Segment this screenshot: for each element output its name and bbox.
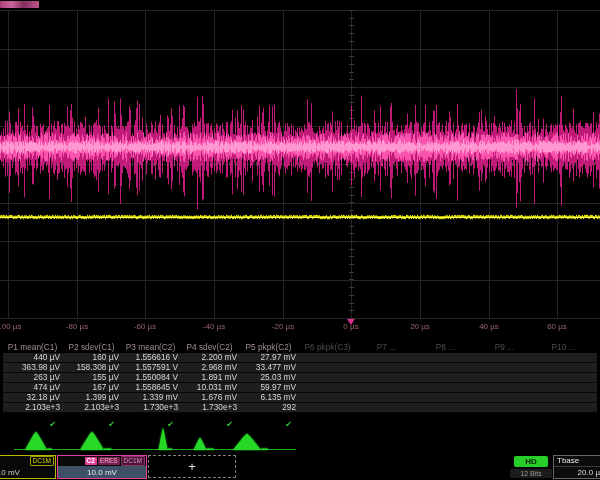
measurement-value xyxy=(534,373,593,382)
measurement-value: 6.135 mV xyxy=(239,393,298,402)
time-axis-label: -100 µs xyxy=(0,322,21,331)
measurement-value xyxy=(534,383,593,392)
measurement-table: P1 mean(C1)P2 sdev(C1)P3 mean(C2)P4 sdev… xyxy=(3,342,597,429)
hd-bits-label: 12 Bits xyxy=(510,469,552,478)
measurement-histicon-strip xyxy=(0,426,600,452)
bottom-toolbar: DC1M 10.0 mV C2 ERES DC1M 10.0 mV + HD 1… xyxy=(0,454,600,480)
time-axis-label: 40 µs xyxy=(479,322,499,331)
measurement-value xyxy=(475,403,534,412)
measurement-value: 1.339 mV xyxy=(121,393,180,402)
c2-eres-badge: ERES xyxy=(98,457,120,465)
measurement-value: 1.891 mV xyxy=(180,373,239,382)
measurement-value: 2.103e+3 xyxy=(3,403,62,412)
measurement-value: 292 xyxy=(239,403,298,412)
measurement-value xyxy=(416,403,475,412)
measurement-value xyxy=(357,403,416,412)
measurement-value: 167 µV xyxy=(62,383,121,392)
measurement-value: 363.98 µV xyxy=(3,363,62,372)
time-axis-label: -20 µs xyxy=(272,322,294,331)
measurement-value: 1.730e+3 xyxy=(121,403,180,412)
measurement-value: 1.550084 V xyxy=(121,373,180,382)
measurement-value xyxy=(298,403,357,412)
measurement-header-p9[interactable]: P9 ... xyxy=(475,342,534,353)
time-axis-label: 20 µs xyxy=(410,322,430,331)
c2-trace-annotation-label xyxy=(0,1,39,8)
measurement-value xyxy=(475,373,534,382)
measurement-value xyxy=(534,393,593,402)
measurement-value: 27.97 mV xyxy=(239,353,298,362)
measurement-value xyxy=(357,353,416,362)
measurement-value: 158.308 µV xyxy=(62,363,121,372)
measurement-value: 2.103e+3 xyxy=(62,403,121,412)
measurement-value: 1.730e+3 xyxy=(180,403,239,412)
measurement-row: 2.103e+32.103e+31.730e+31.730e+3292 xyxy=(3,403,597,413)
oscilloscope-screen: -100 µs-80 µs-60 µs-40 µs-20 µs0 µs20 µs… xyxy=(0,0,600,480)
measurement-value xyxy=(534,353,593,362)
measurement-value: 160 µV xyxy=(62,353,121,362)
measurement-value: 25.03 mV xyxy=(239,373,298,382)
measurement-value: 33.477 mV xyxy=(239,363,298,372)
channel-descriptor-c1[interactable]: DC1M 10.0 mV xyxy=(0,455,56,479)
measurement-value: 440 µV xyxy=(3,353,62,362)
measurement-value xyxy=(357,373,416,382)
measurement-value xyxy=(298,393,357,402)
c2-channel-badge: C2 xyxy=(85,457,97,465)
measurement-header-p7[interactable]: P7 ... xyxy=(357,342,416,353)
measurement-header-p8[interactable]: P8 ... xyxy=(416,342,475,353)
timebase-descriptor[interactable]: Tbase 20.0 µs xyxy=(553,455,600,479)
c2-coupling-badge: DC1M xyxy=(121,456,145,466)
measurement-value xyxy=(534,363,593,372)
measurement-value xyxy=(416,363,475,372)
measurement-value: 2.968 mV xyxy=(180,363,239,372)
time-axis-label: -60 µs xyxy=(134,322,156,331)
time-axis-label: -40 µs xyxy=(203,322,225,331)
measurement-value xyxy=(475,363,534,372)
measurement-value xyxy=(416,393,475,402)
measurement-value: 474 µV xyxy=(3,383,62,392)
measurement-value xyxy=(357,363,416,372)
measurement-value: 1.557591 V xyxy=(121,363,180,372)
measurement-value xyxy=(357,383,416,392)
add-trace-button[interactable]: + xyxy=(148,455,236,478)
measurement-value xyxy=(416,383,475,392)
c1-coupling-badge: DC1M xyxy=(30,456,54,466)
time-axis-label: 60 µs xyxy=(547,322,567,331)
measurement-value xyxy=(357,393,416,402)
measurement-value: 1.556616 V xyxy=(121,353,180,362)
measurement-value: 155 µV xyxy=(62,373,121,382)
timebase-title: Tbase xyxy=(554,456,600,467)
timebase-value: 20.0 µs xyxy=(554,467,600,478)
measurement-value xyxy=(475,393,534,402)
measurement-value: 2.200 mV xyxy=(180,353,239,362)
measurement-value xyxy=(534,403,593,412)
measurement-value xyxy=(298,363,357,372)
measurement-value xyxy=(416,353,475,362)
plus-icon: + xyxy=(188,459,196,474)
channel-descriptor-c2[interactable]: C2 ERES DC1M 10.0 mV xyxy=(57,455,147,479)
c2-vdiv-value: 10.0 mV xyxy=(58,466,146,478)
trigger-time-marker[interactable] xyxy=(347,319,355,325)
time-axis: -100 µs-80 µs-60 µs-40 µs-20 µs0 µs20 µs… xyxy=(0,319,600,334)
measurement-header-p10[interactable]: P10 ... xyxy=(534,342,593,353)
measurement-header-p6[interactable]: P6 pkpk(C3) xyxy=(298,342,357,353)
measurement-value: 59.97 mV xyxy=(239,383,298,392)
measurement-value: 1.558645 V xyxy=(121,383,180,392)
waveform-display[interactable] xyxy=(0,0,600,320)
measurement-value: 263 µV xyxy=(3,373,62,382)
measurement-value xyxy=(298,383,357,392)
measurement-value xyxy=(298,353,357,362)
measurement-value: 10.031 mV xyxy=(180,383,239,392)
measurement-value xyxy=(475,353,534,362)
c1-vdiv-value: 10.0 mV xyxy=(0,466,55,478)
hd-mode-badge: HD xyxy=(514,456,548,467)
measurement-value: 1.676 mV xyxy=(180,393,239,402)
measurement-value xyxy=(416,373,475,382)
time-axis-label: -80 µs xyxy=(66,322,88,331)
measurement-value: 1.399 µV xyxy=(62,393,121,402)
measurement-value: 32.18 µV xyxy=(3,393,62,402)
measurement-value xyxy=(475,383,534,392)
measurement-value xyxy=(298,373,357,382)
